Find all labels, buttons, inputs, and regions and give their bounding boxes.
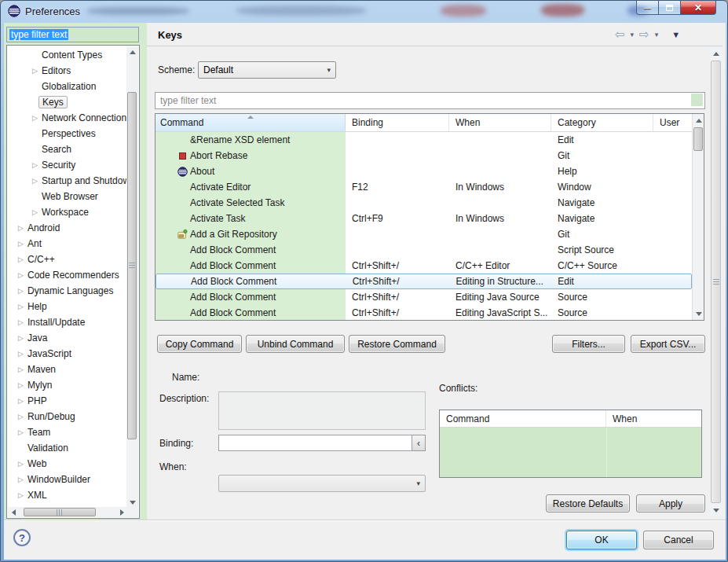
expand-icon[interactable]: ▷ (18, 424, 27, 440)
sidebar-item-mylyn[interactable]: ▷Mylyn (8, 377, 127, 393)
scroll-up-button[interactable] (693, 115, 704, 126)
scrollbar-thumb[interactable] (711, 61, 721, 503)
sidebar-item-dynamic-languages[interactable]: ▷Dynamic Languages (8, 283, 127, 299)
filters-button[interactable]: Filters... (552, 335, 625, 353)
expand-icon[interactable]: ▷ (32, 63, 42, 79)
expand-icon[interactable]: ▷ (32, 204, 42, 220)
scroll-left-button[interactable] (8, 507, 19, 517)
command-row[interactable]: Activate Selected Task Navigate (155, 195, 692, 211)
restore-defaults-button[interactable]: Restore Defaults (546, 494, 630, 512)
command-row[interactable]: Abort Rebase Git (155, 148, 692, 163)
sidebar-item-web-browser[interactable]: Web Browser (8, 189, 127, 204)
scroll-down-button[interactable] (693, 308, 704, 319)
scroll-up-button[interactable] (126, 46, 138, 57)
conflicts-column-when[interactable]: When (606, 410, 701, 427)
cancel-button[interactable]: Cancel (643, 531, 714, 549)
export-csv-button[interactable]: Export CSV... (631, 335, 705, 353)
expand-icon[interactable]: ▷ (32, 173, 42, 189)
expand-icon[interactable]: ▷ (18, 252, 27, 267)
restore-button[interactable] (659, 1, 680, 15)
command-row[interactable]: Add Block Comment Ctrl+Shift+/ C/C++ Edi… (155, 258, 692, 274)
expand-icon[interactable]: ▷ (18, 330, 27, 346)
apply-button[interactable]: Apply (636, 494, 705, 512)
command-row[interactable]: Activate Editor F12 In Windows Window (155, 179, 692, 195)
sidebar-item-java[interactable]: ▷Java (8, 330, 127, 346)
expand-icon[interactable]: ▷ (18, 456, 27, 472)
binding-key-menu-button[interactable]: ‹ (412, 435, 426, 451)
expand-icon[interactable]: ▷ (18, 487, 27, 503)
expand-icon[interactable]: ▷ (18, 362, 27, 377)
command-row[interactable]: &Rename XSD element Edit (155, 132, 692, 148)
sidebar-item-editors[interactable]: ▷Editors (8, 63, 127, 79)
expand-icon[interactable]: ▷ (18, 220, 27, 236)
scroll-down-button[interactable] (126, 497, 138, 508)
copy-command-button[interactable]: Copy Command (157, 335, 242, 353)
when-combo[interactable]: ▾ (218, 475, 426, 492)
sidebar-item-android[interactable]: ▷Android (8, 220, 127, 236)
sidebar-item-windowbuilder[interactable]: ▷WindowBuilder (8, 472, 127, 487)
sidebar-item-help[interactable]: ▷Help (8, 299, 127, 314)
scroll-up-button[interactable] (710, 48, 723, 60)
key-filter-input[interactable] (155, 92, 705, 109)
tree-vertical-scrollbar[interactable] (126, 46, 138, 508)
sidebar-item-web[interactable]: ▷Web (8, 456, 127, 472)
sidebar-item-javascript[interactable]: ▷JavaScript (8, 346, 127, 362)
minimize-button[interactable]: — (636, 1, 659, 15)
command-row-selected[interactable]: Add Block Comment Ctrl+Shift+/ Editing i… (155, 274, 692, 289)
sidebar-item-startup-and-shutdown[interactable]: ▷Startup and Shutdown (8, 173, 127, 189)
sidebar-item-code-recommenders[interactable]: ▷Code Recommenders (8, 267, 127, 283)
expand-icon[interactable]: ▷ (32, 110, 42, 126)
unbind-command-button[interactable]: Unbind Command (246, 335, 345, 353)
column-header-category[interactable]: Category (551, 114, 653, 131)
sidebar-item-ant[interactable]: ▷Ant (8, 236, 127, 252)
expand-icon[interactable]: ▷ (18, 236, 27, 252)
sidebar-item-content-types[interactable]: Content Types (8, 47, 127, 63)
scrollbar-thumb[interactable] (127, 92, 137, 439)
help-button[interactable]: ? (13, 529, 31, 546)
sidebar-item-workspace[interactable]: ▷Workspace (8, 204, 127, 220)
expand-icon[interactable]: ▷ (18, 283, 27, 299)
expand-icon[interactable]: ▷ (18, 377, 27, 393)
forward-history-dropdown-icon[interactable]: ▾ (655, 31, 659, 39)
expand-icon[interactable]: ▷ (18, 472, 27, 487)
column-header-command[interactable]: Command (155, 114, 346, 131)
binding-field[interactable] (218, 435, 412, 451)
sidebar-item-c-cpp[interactable]: ▷C/C++ (8, 252, 127, 267)
view-menu-icon[interactable]: ▼ (671, 30, 680, 39)
command-row[interactable]: Add Block Comment Script Source (155, 242, 692, 258)
sidebar-item-validation[interactable]: Validation (8, 440, 127, 456)
sidebar-item-globalization[interactable]: Globalization (8, 79, 127, 94)
column-header-binding[interactable]: Binding (346, 114, 449, 131)
scroll-right-button[interactable] (116, 507, 127, 517)
page-vertical-scrollbar[interactable] (710, 48, 723, 516)
expand-icon[interactable]: ▷ (18, 346, 27, 362)
sidebar-item-network-connections[interactable]: ▷Network Connections (8, 110, 127, 126)
scrollbar-thumb[interactable] (693, 127, 703, 151)
back-history-dropdown-icon[interactable]: ▾ (631, 31, 635, 39)
titlebar[interactable]: Preferences — ✕ (1, 1, 728, 23)
sidebar-item-perspectives[interactable]: Perspectives (8, 126, 127, 141)
back-icon[interactable]: ⇦ (615, 29, 625, 41)
sidebar-item-maven[interactable]: ▷Maven (8, 362, 127, 377)
sidebar-item-php[interactable]: ▷PHP (8, 393, 127, 409)
command-row[interactable]: About Help (155, 163, 692, 179)
scrollbar-thumb[interactable] (24, 508, 96, 516)
sidebar-item-xml[interactable]: ▷XML (8, 487, 127, 503)
expand-icon[interactable]: ▷ (18, 267, 27, 283)
expand-icon[interactable]: ▷ (18, 314, 27, 330)
sidebar-item-team[interactable]: ▷Team (8, 424, 127, 440)
close-button[interactable]: ✕ (680, 1, 716, 15)
command-row[interactable]: Add Block Comment Ctrl+Shift+/ Editing J… (155, 289, 692, 305)
forward-icon[interactable]: ⇨ (639, 29, 649, 41)
restore-command-button[interactable]: Restore Command (349, 335, 445, 353)
sidebar-item-run-debug[interactable]: ▷Run/Debug (8, 409, 127, 424)
expand-icon[interactable]: ▷ (18, 409, 27, 424)
command-row[interactable]: Add Block Comment Ctrl+Shift+/ Editing J… (155, 305, 692, 321)
sidebar-item-security[interactable]: ▷Security (8, 157, 127, 173)
column-header-when[interactable]: When (449, 114, 551, 131)
expand-icon[interactable]: ▷ (32, 157, 42, 173)
sidebar-item-keys[interactable]: Keys (8, 94, 127, 110)
scroll-down-button[interactable] (710, 505, 723, 516)
command-row[interactable]: Activate Task Ctrl+F9 In Windows Navigat… (155, 211, 692, 226)
expand-icon[interactable]: ▷ (18, 393, 27, 409)
